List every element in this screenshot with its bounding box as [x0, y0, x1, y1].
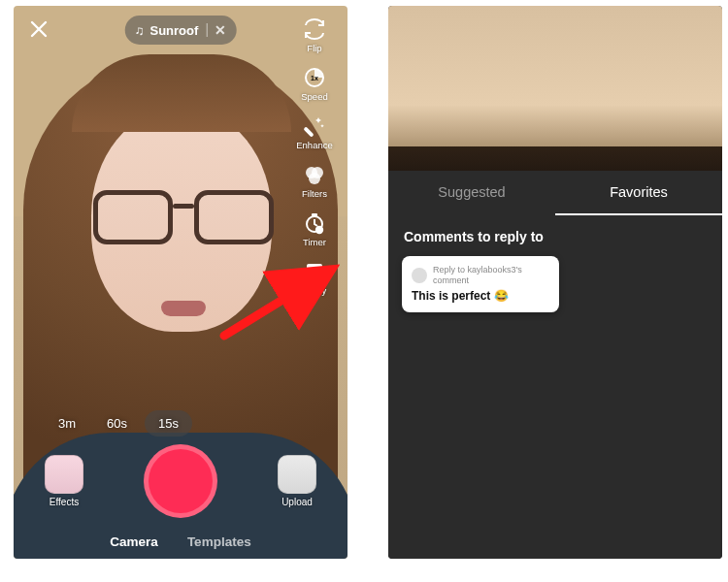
reply-tabs: Suggested Favorites — [388, 171, 722, 213]
reply-picker-screen: Suggested Favorites Comments to reply to… — [388, 6, 722, 559]
effects-button[interactable]: Effects — [45, 455, 83, 507]
bottom-controls: Effects Upload — [14, 444, 347, 518]
enhance-label: Enhance — [296, 140, 333, 150]
comment-text: This is perfect 😂 — [412, 289, 549, 303]
duration-15s[interactable]: 15s — [145, 410, 192, 436]
clear-sound-icon[interactable]: ✕ — [215, 22, 226, 38]
svg-rect-2 — [303, 126, 314, 137]
filters-button[interactable]: Filters — [302, 163, 327, 199]
divider — [206, 23, 207, 37]
upload-button[interactable]: Upload — [278, 455, 316, 507]
tab-suggested[interactable]: Suggested — [388, 171, 555, 213]
duration-60s[interactable]: 60s — [93, 410, 141, 436]
section-title: Comments to reply to — [388, 215, 722, 256]
filters-label: Filters — [302, 188, 327, 199]
timer-icon: 3 — [303, 211, 326, 235]
svg-text:1x: 1x — [311, 75, 318, 81]
reply-label: Reply — [303, 285, 326, 296]
speed-button[interactable]: 1x Speed — [301, 66, 327, 102]
timer-label: Timer — [303, 237, 326, 247]
mode-camera[interactable]: Camera — [110, 534, 158, 549]
reply-button[interactable]: Reply — [303, 260, 326, 296]
upload-label: Upload — [281, 497, 313, 507]
speed-label: Speed — [301, 91, 327, 102]
camera-screen: ♫ Sunroof ✕ Flip 1x Speed — [14, 6, 347, 559]
mode-templates[interactable]: Templates — [187, 534, 251, 549]
flip-icon — [303, 17, 326, 41]
reply-icon — [303, 260, 326, 283]
record-button[interactable] — [144, 444, 217, 518]
filters-icon — [303, 163, 326, 186]
effects-thumb — [45, 455, 83, 494]
enhance-button[interactable]: Enhance — [296, 114, 333, 150]
music-note-icon: ♫ — [135, 23, 145, 38]
enhance-icon — [303, 114, 326, 138]
camera-preview-background — [388, 6, 722, 171]
tool-rail: Flip 1x Speed Enhance Filters — [287, 17, 342, 296]
sound-label: Sunroof — [149, 23, 198, 38]
speed-icon: 1x — [303, 66, 326, 89]
mode-selector: Camera Templates — [14, 534, 347, 549]
effects-label: Effects — [50, 497, 79, 507]
sound-picker[interactable]: ♫ Sunroof ✕ — [125, 16, 237, 45]
flip-button[interactable]: Flip — [303, 17, 326, 53]
close-button[interactable] — [29, 19, 49, 39]
flip-label: Flip — [307, 43, 321, 53]
duration-selector: 3m 60s 15s — [45, 410, 192, 436]
timer-button[interactable]: 3 Timer — [303, 211, 326, 247]
svg-point-5 — [309, 173, 320, 184]
svg-rect-7 — [312, 213, 317, 216]
svg-text:3: 3 — [317, 226, 321, 233]
duration-3m[interactable]: 3m — [45, 410, 89, 436]
comment-card[interactable]: Reply to kaylabooks3's comment This is p… — [402, 256, 559, 312]
avatar — [412, 268, 427, 283]
reply-to-label: Reply to kaylabooks3's comment — [433, 265, 549, 286]
upload-thumb — [278, 455, 316, 494]
tab-favorites[interactable]: Favorites — [555, 171, 722, 213]
